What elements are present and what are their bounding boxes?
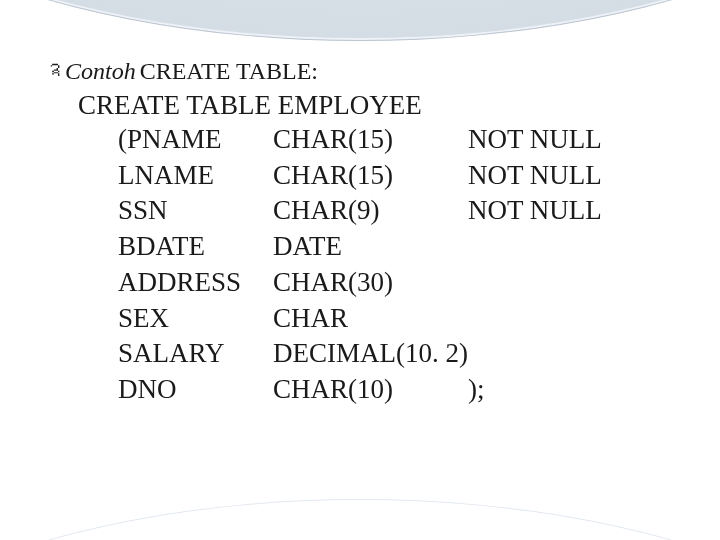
table-row: ADDRESS CHAR(30) <box>118 266 628 302</box>
col-name: ADDRESS <box>118 266 273 302</box>
col-constraint <box>468 230 628 266</box>
column-definitions: (PNAME CHAR(15) NOT NULL LNAME CHAR(15) … <box>118 123 680 409</box>
col-name: (PNAME <box>118 123 273 159</box>
col-name: LNAME <box>118 159 273 195</box>
heading-rest: CREATE TABLE: <box>140 58 318 85</box>
col-type: DECIMAL(10. 2) <box>273 337 468 373</box>
col-name: SEX <box>118 302 273 338</box>
table-row: (PNAME CHAR(15) NOT NULL <box>118 123 628 159</box>
top-arc-decoration <box>0 0 720 41</box>
col-constraint: NOT NULL <box>468 194 628 230</box>
heading-intro: Contoh <box>65 58 136 85</box>
col-constraint: ); <box>468 373 628 409</box>
table-row: BDATE DATE <box>118 230 628 266</box>
slide: ༉ Contoh CREATE TABLE: CREATE TABLE EMPL… <box>0 0 720 540</box>
table-row: LNAME CHAR(15) NOT NULL <box>118 159 628 195</box>
heading-line: ༉ Contoh CREATE TABLE: <box>48 58 680 85</box>
col-constraint <box>468 337 628 373</box>
swirl-bullet-icon: ༉ <box>48 61 59 83</box>
col-constraint <box>468 266 628 302</box>
col-name: DNO <box>118 373 273 409</box>
col-type: CHAR <box>273 302 468 338</box>
slide-content: ༉ Contoh CREATE TABLE: CREATE TABLE EMPL… <box>48 58 680 409</box>
col-constraint: NOT NULL <box>468 123 628 159</box>
table-row: SEX CHAR <box>118 302 628 338</box>
table-row: DNO CHAR(10) ); <box>118 373 628 409</box>
column-table: (PNAME CHAR(15) NOT NULL LNAME CHAR(15) … <box>118 123 628 409</box>
table-row: SALARY DECIMAL(10. 2) <box>118 337 628 373</box>
col-name: SALARY <box>118 337 273 373</box>
col-type: CHAR(10) <box>273 373 468 409</box>
col-constraint <box>468 302 628 338</box>
create-table-statement: CREATE TABLE EMPLOYEE <box>78 89 680 123</box>
col-name: BDATE <box>118 230 273 266</box>
col-type: CHAR(15) <box>273 123 468 159</box>
col-type: CHAR(9) <box>273 194 468 230</box>
col-type: CHAR(15) <box>273 159 468 195</box>
col-name: SSN <box>118 194 273 230</box>
col-constraint: NOT NULL <box>468 159 628 195</box>
col-type: CHAR(30) <box>273 266 468 302</box>
table-row: SSN CHAR(9) NOT NULL <box>118 194 628 230</box>
col-type: DATE <box>273 230 468 266</box>
bottom-arc-decoration <box>0 499 720 540</box>
